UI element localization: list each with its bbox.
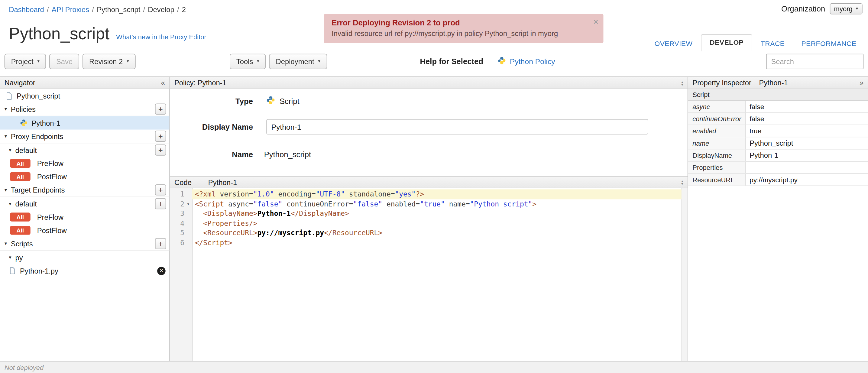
display-name-row: Display Name	[170, 119, 648, 134]
whats-new-link[interactable]: What's new in the Proxy Editor	[116, 33, 207, 41]
display-name-input[interactable]	[266, 119, 648, 134]
inspector-row: name Python_script	[688, 137, 868, 149]
triangle-down-icon[interactable]: ▾	[4, 106, 7, 112]
display-name-label: Display Name	[170, 122, 253, 131]
nav-item-proxy-root[interactable]: Python_script	[0, 89, 169, 102]
property-key: Properties	[688, 162, 746, 173]
property-key: enabled	[688, 125, 746, 136]
tab-overview[interactable]: OVERVIEW	[646, 36, 701, 52]
project-menu-button[interactable]: Project ▾	[4, 54, 46, 69]
help-for-selected-label: Help for Selected	[420, 57, 483, 66]
deployment-status-text: Not deployed	[4, 363, 44, 371]
error-banner: Error Deploying Revision 2 to prod Inval…	[324, 14, 603, 43]
nav-item-py-folder[interactable]: ▾ py	[0, 251, 169, 264]
inspector-row: DisplayName Python-1	[688, 150, 868, 162]
add-flow-button[interactable]: +	[155, 198, 166, 210]
nav-section-label: Policies	[11, 105, 36, 113]
policy-editor-pane: Policy: Python-1 ▴ ▾ Type Script Display…	[170, 77, 688, 361]
add-proxy-endpoint-button[interactable]: +	[155, 131, 166, 142]
deployment-menu-button[interactable]: Deployment ▾	[269, 54, 327, 69]
triangle-down-icon[interactable]: ▾	[4, 133, 7, 139]
status-bar: Not deployed	[0, 361, 868, 373]
property-value[interactable]	[746, 162, 868, 173]
code-line: 3 <DisplayName>Python-1</DisplayName>	[170, 209, 681, 219]
toolbar: Project ▾ Save Revision 2 ▾ Tools ▾ Depl…	[0, 52, 868, 71]
nav-item-label: Python-1	[31, 119, 60, 127]
add-target-endpoint-button[interactable]: +	[155, 184, 166, 195]
python-icon	[498, 57, 506, 66]
line-number: 6	[170, 239, 184, 247]
property-value[interactable]: Python-1	[746, 150, 868, 161]
tab-develop[interactable]: DEVELOP	[701, 34, 752, 52]
code-token: <ResourceURL>	[195, 229, 257, 237]
property-value[interactable]: false	[746, 113, 868, 125]
delete-script-icon[interactable]: ✕	[157, 267, 165, 275]
organization-selector: Organization myorg ▾	[781, 3, 863, 14]
code-scrollbar[interactable]	[681, 188, 688, 361]
expand-collapse-icon[interactable]: ▴ ▾	[681, 179, 683, 185]
nav-item-target-postflow[interactable]: All PostFlow	[0, 224, 169, 237]
nav-item-target-default[interactable]: ▾ default +	[0, 197, 169, 210]
organization-dropdown[interactable]: myorg ▾	[830, 3, 863, 14]
fold-toggle-icon[interactable]: ▾	[184, 201, 192, 206]
tab-trace[interactable]: TRACE	[752, 36, 793, 52]
nav-section-scripts[interactable]: ▾ Scripts +	[0, 237, 169, 251]
breadcrumb-separator: /	[92, 5, 94, 13]
navigator-title: Navigator	[4, 79, 35, 87]
breadcrumb-revision: 2	[182, 5, 186, 13]
triangle-down-icon[interactable]: ▾	[4, 187, 7, 192]
nav-item-proxy-default[interactable]: ▾ default +	[0, 143, 169, 157]
code-header-label: Code	[175, 178, 192, 186]
code-token: Python-1	[257, 210, 291, 218]
nav-item-label: default	[15, 146, 37, 154]
python-icon	[20, 119, 28, 127]
revision-menu-button[interactable]: Revision 2 ▾	[83, 54, 135, 69]
property-value[interactable]: Python_script	[746, 137, 868, 149]
tools-menu-button[interactable]: Tools ▾	[230, 54, 266, 69]
tab-performance[interactable]: PERFORMANCE	[793, 36, 865, 52]
python-policy-link-label: Python Policy	[510, 57, 555, 66]
search-input[interactable]	[766, 54, 864, 69]
code-token: </DisplayName>	[291, 210, 349, 218]
add-flow-button[interactable]: +	[155, 145, 166, 156]
nav-item-script-file[interactable]: Python-1.py ✕	[0, 264, 169, 278]
code-editor[interactable]: 1 <?xml version="1.0" encoding="UTF-8" s…	[170, 188, 688, 361]
nav-item-target-preflow[interactable]: All PreFlow	[0, 210, 169, 224]
property-value[interactable]: py://myscript.py	[746, 174, 868, 185]
nav-section-proxy-endpoints[interactable]: ▾ Proxy Endpoints +	[0, 130, 169, 144]
property-value[interactable]: false	[746, 101, 868, 112]
inspector-row: Properties	[688, 162, 868, 174]
code-line: 1 <?xml version="1.0" encoding="UTF-8" s…	[170, 189, 681, 199]
breadcrumb: Dashboard/API Proxies/Python_script/Deve…	[9, 5, 186, 13]
collapse-left-icon[interactable]: «	[161, 79, 165, 87]
triangle-down-icon[interactable]: ▾	[9, 255, 11, 260]
nav-item-policy-python-1[interactable]: Python-1	[0, 116, 169, 130]
expand-right-icon[interactable]: »	[860, 79, 864, 87]
error-title: Error Deploying Revision 2 to prod	[332, 18, 587, 27]
add-policy-button[interactable]: +	[155, 104, 166, 115]
expand-collapse-icon[interactable]: ▴ ▾	[681, 80, 683, 86]
name-label: Name	[170, 150, 253, 159]
python-policy-help-link[interactable]: Python Policy	[498, 57, 555, 66]
line-number: 4	[170, 219, 184, 227]
property-value[interactable]: true	[746, 125, 868, 136]
close-icon[interactable]: ×	[593, 17, 598, 27]
nav-item-proxy-postflow[interactable]: All PostFlow	[0, 170, 169, 183]
add-script-button[interactable]: +	[155, 238, 166, 249]
nav-section-policies[interactable]: ▾ Policies +	[0, 102, 169, 116]
file-icon	[9, 267, 16, 275]
breadcrumb-dashboard[interactable]: Dashboard	[9, 5, 44, 13]
nav-section-target-endpoints[interactable]: ▾ Target Endpoints +	[0, 183, 169, 197]
triangle-down-icon[interactable]: ▾	[9, 201, 11, 207]
tools-label: Tools	[236, 57, 253, 66]
triangle-down-icon: ▾	[681, 83, 683, 86]
organization-label: Organization	[781, 4, 825, 13]
triangle-down-icon[interactable]: ▾	[9, 147, 11, 153]
breadcrumb-api-proxies[interactable]: API Proxies	[52, 5, 89, 13]
triangle-down-icon[interactable]: ▾	[4, 241, 7, 246]
code-header: Code Python-1 ▴ ▾	[170, 176, 688, 188]
nav-item-proxy-preflow[interactable]: All PreFlow	[0, 157, 169, 170]
save-button[interactable]: Save	[50, 54, 79, 69]
code-token: standalone=	[345, 190, 395, 198]
chevron-down-icon: ▾	[318, 59, 320, 64]
